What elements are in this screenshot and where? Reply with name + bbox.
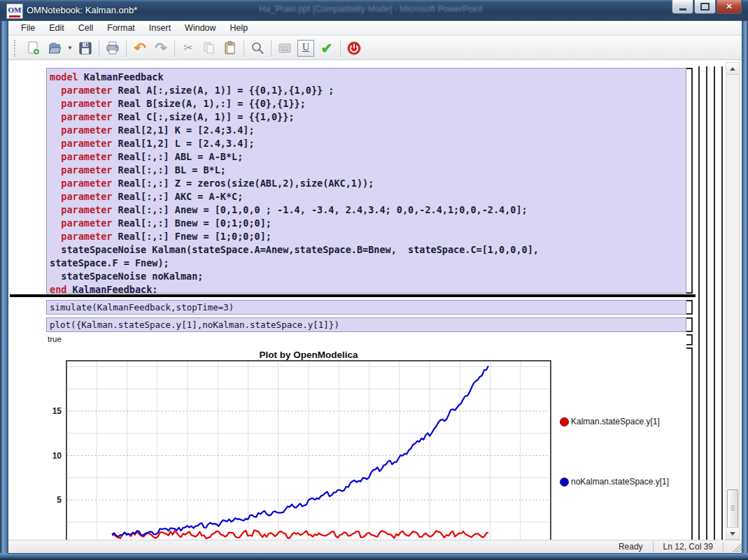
print-icon [105, 41, 120, 56]
evaluate-button[interactable]: ✔ [316, 39, 337, 57]
code-line: parameter Real[:,:] BL = B*L; [50, 164, 686, 177]
background-window-title: Ha_Prakt.ppt [Compatibility Mode] - Micr… [217, 4, 525, 14]
toolbar-separator [244, 40, 244, 57]
svg-text:15: 15 [52, 406, 62, 416]
app-logo-icon: OM [6, 3, 23, 19]
menu-insert[interactable]: Insert [142, 22, 178, 34]
cut-button[interactable]: ✂ [178, 39, 199, 57]
new-document-button[interactable] [23, 39, 44, 57]
code-line: parameter Real B[size(A, 1),:] = {{0},{1… [50, 97, 686, 110]
cell-bracket-simulate[interactable] [686, 300, 693, 315]
stop-power-icon [346, 41, 362, 56]
save-button[interactable] [75, 39, 96, 57]
print-button[interactable] [102, 39, 123, 57]
paste-button[interactable] [220, 39, 241, 57]
toolbar-separator [126, 40, 127, 57]
app-client-area: FileEditCellFormatInsertWindowHelp ▼ ↶ ↷… [8, 21, 742, 553]
maximize-button[interactable] [694, 0, 716, 14]
cell-bracket-plot[interactable] [686, 317, 693, 332]
menu-file[interactable]: File [14, 22, 42, 34]
close-button[interactable]: ✕ [717, 0, 742, 14]
simulate-cell[interactable]: simulate(KalmanFeedback,stopTime=3) [46, 300, 686, 315]
cell-bracket-code[interactable] [686, 68, 693, 294]
evaluate-check-icon: ✔ [321, 40, 333, 57]
open-folder-icon [47, 41, 62, 56]
redo-button[interactable]: ↷ [150, 39, 171, 57]
new-document-icon [26, 41, 41, 56]
search-button[interactable] [247, 39, 268, 57]
code-line: parameter Real[:,:] Fnew = [1;0;0;0]; [50, 230, 686, 243]
code-line: parameter Real[1,2] L = [2.4,3.4]; [50, 137, 686, 150]
vertical-scrollbar[interactable] [726, 62, 740, 540]
resize-grip[interactable] [729, 541, 742, 552]
plot-area: Plot by OpenModelica 51015 Kalman.stateS… [8, 347, 742, 540]
status-bar: Ready Ln 12, Col 39 [8, 540, 742, 553]
code-line: stateSpaceNoise Kalman(stateSpace.A=Anew… [50, 243, 686, 257]
cut-icon: ✂ [183, 41, 193, 55]
arrow-down-icon [730, 532, 735, 536]
code-line: stateSpace.F = Fnew); [50, 257, 686, 270]
menu-help[interactable]: Help [223, 22, 255, 34]
cell-bracket-output[interactable] [686, 334, 693, 345]
title-bar[interactable]: OM OMNotebook: Kalman.onb* Ha_Prakt.ppt … [0, 0, 748, 21]
insert-image-button[interactable] [274, 39, 295, 57]
svg-text:5: 5 [57, 495, 62, 505]
toolbar-separator [99, 40, 99, 57]
scroll-up-button[interactable] [726, 63, 739, 75]
scrollbar-thumb[interactable] [727, 489, 738, 529]
toolbar-grip[interactable] [14, 40, 17, 57]
window-border-left [0, 21, 8, 553]
notebook-area[interactable]: model KalmanFeedback parameter Real A[:,… [8, 61, 742, 540]
underline-icon: U [297, 40, 314, 57]
code-line: stateSpaceNoise noKalman; [50, 270, 686, 283]
open-dropdown-button[interactable]: ▼ [65, 39, 75, 57]
toolbar-separator [174, 40, 175, 57]
redo-icon: ↷ [155, 41, 167, 55]
toolbar: ▼ ↶ ↷ ✂ [8, 36, 742, 60]
group-bracket-line[interactable] [714, 66, 715, 540]
copy-button[interactable] [199, 39, 220, 57]
close-icon: ✕ [726, 2, 732, 11]
code-line: parameter Real[:,:] ABL = A-B*L; [50, 150, 686, 164]
group-bracket-line[interactable] [721, 66, 723, 540]
cell-insertion-cursor[interactable] [10, 294, 696, 297]
menu-edit[interactable]: Edit [42, 22, 71, 34]
plot-command: plot({Kalman.stateSpace.y[1],noKalman.st… [50, 320, 339, 330]
code-cell[interactable]: model KalmanFeedback parameter Real A[:,… [46, 68, 686, 294]
code-line: parameter Real[2,1] K = [2.4;3.4]; [50, 124, 686, 137]
legend-item: Kalman.stateSpace.y[1] [560, 417, 660, 426]
chevron-down-icon: ▼ [67, 45, 73, 51]
insert-image-icon [277, 41, 292, 56]
open-button[interactable] [44, 39, 65, 57]
paste-icon [223, 41, 238, 56]
code-line: parameter Real[:,:] Z = zeros(size(ABL,2… [50, 177, 686, 190]
code-line: model KalmanFeedback [50, 71, 686, 84]
plot-command-cell[interactable]: plot({Kalman.stateSpace.y[1],noKalman.st… [46, 317, 686, 332]
window-controls: ✕ [672, 0, 742, 14]
output-text: true [48, 335, 62, 343]
underline-button[interactable]: U [295, 39, 316, 57]
undo-button[interactable]: ↶ [129, 39, 150, 57]
save-icon [78, 41, 93, 56]
status-cursor-position: Ln 12, Col 39 [654, 542, 723, 552]
group-bracket-line[interactable] [698, 66, 700, 540]
maximize-icon [700, 3, 710, 10]
plot-svg: 51015 [8, 347, 742, 540]
svg-text:10: 10 [52, 451, 62, 461]
legend-item: noKalman.stateSpace.y[1] [560, 477, 669, 487]
menu-format[interactable]: Format [100, 22, 142, 34]
window-border-right [742, 21, 748, 553]
stop-button[interactable] [344, 39, 365, 57]
menu-window[interactable]: Window [178, 22, 223, 34]
search-icon [250, 41, 265, 56]
copy-icon [202, 41, 217, 56]
code-line: parameter Real[:,:] Anew = [0,1,0,0 ; -1… [50, 203, 686, 217]
group-bracket-line[interactable] [706, 66, 707, 540]
simulate-command: simulate(KalmanFeedback,stopTime=3) [50, 302, 234, 313]
menu-cell[interactable]: Cell [71, 22, 101, 34]
cell-bracket-plot-result[interactable] [686, 347, 693, 540]
code-line: end KalmanFeedback; [50, 283, 686, 294]
scroll-down-button[interactable] [726, 527, 739, 539]
minimize-button[interactable] [672, 0, 693, 14]
window-title: OMNotebook: Kalman.onb* [27, 0, 137, 21]
